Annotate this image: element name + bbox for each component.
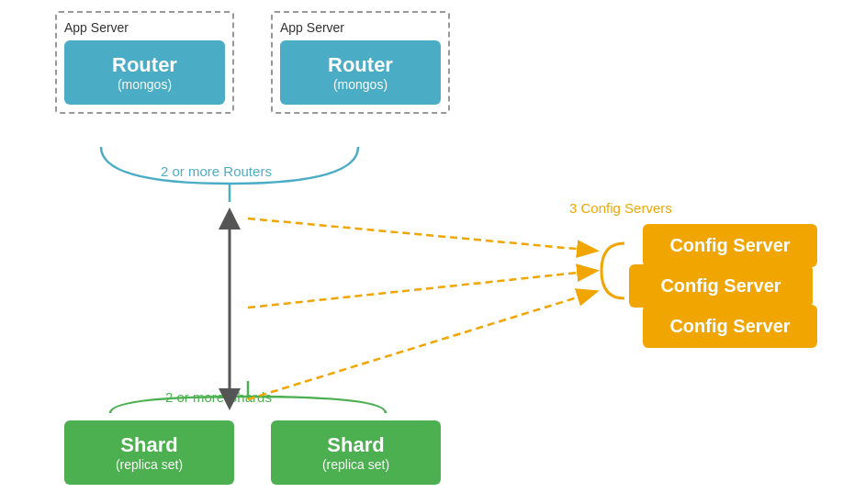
router-box-2: Router (mongos): [280, 40, 441, 105]
config-box-1: Config Server: [643, 224, 817, 267]
shard-sub-1: (replica set): [83, 457, 216, 472]
shard-box-2: Shard (replica set): [271, 420, 441, 485]
svg-line-3: [248, 218, 595, 251]
config-box-2: Config Server: [629, 264, 813, 308]
router-sub-1: (mongos): [83, 77, 207, 92]
shard-box-1: Shard (replica set): [64, 420, 234, 485]
config-title-2: Config Server: [644, 275, 798, 297]
router-sub-2: (mongos): [298, 77, 422, 92]
shards-label: 2 or more Shards: [165, 389, 272, 405]
svg-line-5: [248, 271, 595, 308]
app-server-label-2: App Server: [280, 20, 441, 35]
router-box-1: Router (mongos): [64, 40, 225, 105]
config-title-1: Config Server: [657, 235, 803, 256]
config-box-3: Config Server: [643, 305, 817, 348]
svg-line-4: [248, 292, 595, 399]
app-server-label-1: App Server: [64, 20, 225, 35]
routers-label: 2 or more Routers: [161, 163, 272, 179]
router-title-2: Router: [298, 53, 422, 77]
app-server-box-1: App Server Router (mongos): [55, 11, 234, 114]
config-label: 3 Config Servers: [569, 200, 672, 216]
config-title-3: Config Server: [657, 316, 803, 337]
router-title-1: Router: [83, 53, 207, 77]
shard-title-1: Shard: [83, 433, 216, 457]
shard-sub-2: (replica set): [289, 457, 422, 472]
diagram-container: App Server Router (mongos) App Server Ro…: [0, 0, 865, 504]
shard-title-2: Shard: [289, 433, 422, 457]
app-server-box-2: App Server Router (mongos): [271, 11, 450, 114]
